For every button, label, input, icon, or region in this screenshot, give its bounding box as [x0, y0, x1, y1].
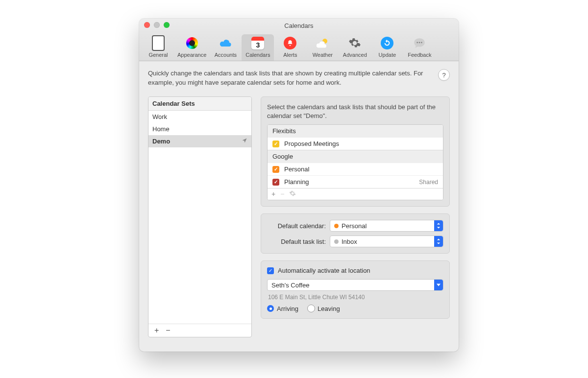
calendar-set-item[interactable]: Home — [148, 123, 251, 135]
tab-calendars[interactable]: 3 Calendars — [242, 34, 274, 61]
tab-weather[interactable]: Weather — [306, 34, 339, 61]
tab-appearance[interactable]: Appearance — [174, 34, 209, 61]
calendar-row[interactable]: ✓ Proposed Meetings — [268, 137, 443, 150]
calendar-checkbox[interactable]: ✓ — [272, 141, 279, 147]
preferences-window: Calendars General Appearance Accounts 3 … — [139, 19, 459, 352]
calendar-checkbox[interactable]: ✓ — [272, 166, 279, 173]
calendars-box: Select the calendars and task lists that… — [261, 96, 450, 207]
remove-set-button[interactable]: − — [163, 325, 173, 336]
location-arrow-icon — [242, 138, 247, 145]
arrive-leave-radios: Arriving Leaving — [267, 305, 443, 312]
calendar-group-header: Google — [268, 150, 443, 163]
weather-icon — [315, 35, 330, 51]
calendar-settings-button[interactable] — [289, 190, 296, 198]
calendar-label: Proposed Meetings — [284, 140, 339, 147]
tab-label: Feedback — [408, 52, 431, 58]
calendar-set-item[interactable]: Work — [148, 111, 251, 123]
calendar-set-label: Demo — [152, 138, 170, 145]
calendar-sets-panel: Calendar Sets Work Home Demo + − — [148, 96, 252, 337]
calendar-checkbox[interactable]: ✓ — [272, 179, 279, 186]
chevron-down-icon — [434, 280, 443, 290]
select-value: Personal — [342, 222, 367, 230]
tab-label: Calendars — [245, 52, 270, 58]
zoom-window-icon[interactable] — [164, 22, 170, 28]
minimize-window-icon[interactable] — [154, 22, 160, 28]
calendar-row[interactable]: ✓ Planning Shared — [268, 175, 443, 188]
add-set-button[interactable]: + — [151, 325, 162, 336]
tab-label: Advanced — [343, 52, 367, 58]
help-button[interactable]: ? — [438, 69, 450, 81]
phone-icon — [150, 35, 166, 51]
default-tasklist-label: Default task list: — [267, 238, 326, 245]
tab-label: Alerts — [283, 52, 297, 58]
auto-activate-label: Automatically activate at location — [278, 267, 370, 274]
color-dot-icon — [334, 239, 339, 244]
calendar-label: Planning — [284, 178, 309, 186]
speech-bubble-icon — [412, 35, 427, 51]
select-value: Inbox — [342, 238, 357, 245]
svg-point-2 — [419, 42, 420, 44]
calendar-set-label: Work — [152, 113, 167, 120]
tab-alerts[interactable]: Alerts — [274, 34, 306, 61]
radio-checked-icon — [267, 305, 274, 312]
remove-calendar-button[interactable]: − — [280, 190, 284, 198]
calendar-icon: 3 — [250, 35, 266, 51]
calendar-list-footer: + − — [268, 188, 443, 200]
cloud-icon — [218, 35, 233, 51]
titlebar: Calendars — [139, 19, 459, 32]
location-combo[interactable]: Seth's Coffee — [267, 279, 443, 291]
calendar-row[interactable]: ✓ Personal — [268, 163, 443, 175]
content-area: Quickly change the calendars and task li… — [139, 61, 459, 346]
location-address: 106 E Main St, Little Chute WI 54140 — [268, 294, 443, 301]
leaving-option[interactable]: Leaving — [307, 305, 340, 312]
calendar-sets-footer: + − — [148, 324, 251, 337]
tab-feedback[interactable]: Feedback — [403, 34, 436, 61]
calendar-list: Flexibits ✓ Proposed Meetings Google ✓ P… — [267, 124, 443, 200]
checkbox-icon[interactable]: ✓ — [267, 267, 274, 274]
auto-activate-row[interactable]: ✓ Automatically activate at location — [267, 267, 443, 274]
window-traffic-lights — [144, 22, 170, 28]
calendars-box-description: Select the calendars and task lists that… — [267, 103, 443, 120]
radio-label: Arriving — [277, 305, 298, 312]
chevron-updown-icon — [434, 236, 443, 247]
gear-icon — [347, 35, 363, 51]
radio-label: Leaving — [318, 305, 340, 312]
default-calendar-label: Default calendar: — [267, 222, 326, 230]
calendar-group-header: Flexibits — [268, 125, 443, 137]
close-window-icon[interactable] — [144, 22, 150, 28]
tab-accounts[interactable]: Accounts — [209, 34, 242, 61]
radio-unchecked-icon — [307, 305, 315, 312]
tab-general[interactable]: General — [142, 34, 174, 61]
color-dot-icon — [334, 224, 339, 228]
right-column: Select the calendars and task lists that… — [261, 96, 450, 337]
default-calendar-select[interactable]: Personal — [330, 220, 443, 232]
calendar-label: Personal — [284, 165, 309, 173]
tab-label: Appearance — [177, 52, 206, 58]
location-box: ✓ Automatically activate at location Set… — [261, 260, 450, 319]
svg-point-3 — [421, 42, 422, 44]
defaults-box: Default calendar: Personal Default task … — [261, 213, 450, 254]
tab-label: Weather — [313, 52, 333, 58]
calendar-set-label: Home — [152, 125, 170, 133]
shared-badge: Shared — [419, 179, 438, 186]
tab-advanced[interactable]: Advanced — [339, 34, 371, 61]
tab-label: Update — [379, 52, 396, 58]
tab-label: General — [148, 52, 168, 58]
tab-update[interactable]: Update — [371, 34, 403, 61]
color-wheel-icon — [184, 35, 200, 51]
add-calendar-button[interactable]: + — [271, 190, 275, 198]
default-tasklist-select[interactable]: Inbox — [330, 236, 443, 247]
arriving-option[interactable]: Arriving — [267, 305, 298, 312]
bell-icon — [282, 35, 298, 51]
calendar-sets-header: Calendar Sets — [148, 97, 251, 111]
svg-point-1 — [417, 42, 418, 44]
chevron-updown-icon — [434, 220, 443, 231]
location-value: Seth's Coffee — [271, 282, 309, 289]
preferences-toolbar: General Appearance Accounts 3 Calendars … — [139, 32, 459, 61]
calendar-set-item[interactable]: Demo — [148, 135, 251, 147]
page-description: Quickly change the calendars and task li… — [148, 69, 433, 88]
tab-label: Accounts — [215, 52, 237, 58]
window-title: Calendars — [139, 22, 459, 29]
refresh-icon — [379, 35, 395, 51]
